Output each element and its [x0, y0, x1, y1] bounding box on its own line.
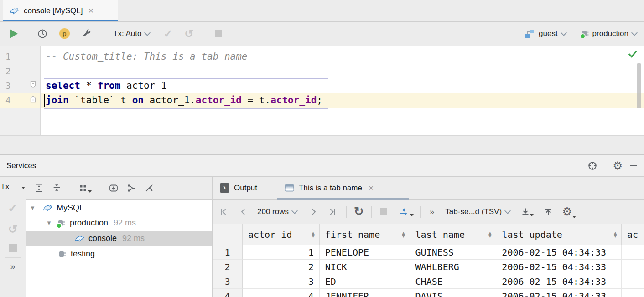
sort-icon[interactable]: ▲ ▼ [312, 231, 315, 238]
column-header-label: first_name [325, 229, 380, 240]
page-size-select[interactable]: 200 rows [257, 207, 289, 216]
tree-item-console[interactable]: console 92 ms [26, 231, 212, 246]
chevron-down-icon[interactable] [291, 207, 298, 214]
tab-console-mysql[interactable]: console [MySQL] × [3, 0, 118, 21]
sort-icon[interactable]: ▲ ▼ [402, 231, 405, 238]
tab-output[interactable]: › Output [213, 177, 265, 199]
table-cell[interactable]: PENELOPE [320, 245, 410, 260]
tab-title: console [MySQL] [24, 6, 83, 15]
table-cell[interactable]: 2006-02-15 04:34:33 [496, 260, 622, 274]
collapse-all-icon[interactable] [52, 183, 62, 193]
datasource-icon [57, 219, 66, 228]
close-icon[interactable]: × [369, 183, 374, 193]
column-header[interactable]: ac [622, 224, 644, 245]
gear-icon[interactable]: ⚙ [613, 159, 623, 172]
table-row[interactable]: 44JENNIFERDAVIS2006-02-15 04:34:33 [213, 289, 644, 297]
user-badge-icon[interactable]: p [59, 28, 70, 39]
column-header[interactable]: last_name▲ ▼ [410, 224, 497, 245]
export-format-select[interactable]: Tab-se...d (TSV) [445, 207, 502, 216]
scroll-to-source-icon[interactable] [587, 161, 597, 171]
grid-settings-gear-icon[interactable]: ⚙ [562, 205, 576, 218]
code-line[interactable]: join `table` t on actor_1.actor_id = t.a… [46, 93, 322, 108]
last-page-icon[interactable] [327, 207, 336, 216]
grid-toolbar: 200 rows ↻ » [213, 200, 644, 224]
hide-panel-icon[interactable] [630, 165, 637, 166]
row-number-cell[interactable]: 2 [213, 260, 243, 274]
table-row[interactable]: 11PENELOPEGUINESS2006-02-15 04:34:33 [213, 245, 644, 260]
run-icon[interactable] [10, 29, 18, 38]
table-cell[interactable]: 3 [243, 274, 320, 289]
table-cell[interactable]: WAHLBERG [410, 260, 497, 274]
jump-to-query-icon[interactable] [145, 184, 154, 193]
chevron-expanded-icon[interactable]: ▼ [46, 220, 53, 226]
first-page-icon[interactable] [220, 207, 229, 216]
chevron-down-icon[interactable] [561, 29, 567, 36]
expand-all-icon[interactable] [34, 183, 44, 193]
column-header[interactable]: actor_id▲ ▼ [243, 224, 320, 245]
tree-item-production[interactable]: ▼ production 92 ms [26, 215, 212, 230]
tx-strip-label[interactable]: Tx [0, 182, 9, 191]
table-cell[interactable]: DAVIS [410, 289, 497, 297]
table-cell[interactable]: NICK [320, 260, 410, 274]
table-cell[interactable]: JENNIFER [320, 289, 410, 297]
chevron-down-icon[interactable] [504, 207, 511, 214]
row-number-cell[interactable]: 3 [213, 274, 243, 289]
column-header[interactable]: last_update▲ ▼ [496, 224, 622, 245]
sort-icon[interactable]: ▲ ▼ [614, 231, 617, 238]
chevron-down-icon[interactable] [631, 29, 638, 36]
sort-icon[interactable]: ▲ ▼ [488, 231, 491, 238]
row-number-cell[interactable]: 1 [213, 245, 243, 260]
table-cell[interactable] [622, 289, 644, 297]
table-cell[interactable]: 2006-02-15 04:34:33 [496, 289, 622, 297]
tree-item-label: testing [71, 249, 95, 259]
schema-select[interactable]: guest [539, 29, 558, 38]
table-cell[interactable]: 1 [243, 245, 320, 260]
close-icon[interactable]: × [88, 5, 93, 16]
table-cell[interactable]: GUINESS [410, 245, 497, 260]
compare-icon[interactable] [399, 207, 414, 216]
wrench-icon[interactable] [82, 29, 92, 39]
table-cell[interactable]: 2006-02-15 04:34:33 [496, 274, 622, 289]
tree-item-testing[interactable]: testing [26, 246, 212, 261]
chevron-expanded-icon[interactable]: ▼ [30, 205, 37, 211]
tab-result-grid[interactable]: This is a tab name × [277, 177, 381, 199]
table-cell[interactable]: CHASE [410, 274, 497, 289]
fold-marker-icon[interactable] [30, 81, 36, 88]
table-cell[interactable]: 2006-02-15 04:34:33 [496, 245, 622, 260]
row-number-header[interactable] [213, 224, 243, 245]
table-row[interactable]: 33EDCHASE2006-02-15 04:34:33 [213, 274, 644, 289]
history-icon[interactable] [37, 29, 47, 39]
table-cell[interactable]: ED [320, 274, 410, 289]
datasource-select[interactable]: production [592, 29, 628, 38]
column-header[interactable]: first_name▲ ▼ [320, 224, 410, 245]
fold-marker-icon[interactable] [30, 95, 36, 103]
tx-mode-select[interactable]: Tx: Auto [113, 29, 141, 38]
sql-editor[interactable]: 1234 -- Custom_title: This is a tab name… [0, 46, 644, 135]
row-number-cell[interactable]: 4 [213, 289, 243, 297]
next-page-icon[interactable] [309, 207, 318, 216]
query-time: 92 ms [122, 234, 145, 243]
add-data-source-icon[interactable] [109, 184, 119, 193]
export-download-icon[interactable] [521, 207, 534, 216]
table-cell[interactable] [622, 274, 644, 289]
inspection-ok-icon[interactable] [628, 49, 638, 58]
connect-icon[interactable] [127, 184, 136, 193]
table-cell[interactable] [622, 245, 644, 260]
editor-scrollbar[interactable] [637, 63, 641, 108]
grid-header-row: actor_id▲ ▼first_name▲ ▼last_name▲ ▼last… [213, 224, 644, 245]
code-line[interactable]: -- Custom_title: This is a tab name [46, 49, 248, 64]
table-cell[interactable] [622, 260, 644, 274]
more-actions-icon[interactable]: » [10, 261, 16, 271]
table-cell[interactable]: 2 [243, 260, 320, 274]
previous-page-icon[interactable] [239, 207, 248, 216]
table-row[interactable]: 22NICKWAHLBERG2006-02-15 04:34:33 [213, 260, 644, 274]
tree-item-mysql[interactable]: ▼ MySQL [26, 200, 212, 215]
code-line[interactable]: select * from actor_1 [46, 78, 167, 93]
chevron-down-icon[interactable] [144, 29, 151, 36]
group-by-icon[interactable] [78, 184, 92, 193]
import-upload-icon[interactable] [544, 207, 553, 216]
refresh-icon[interactable]: ↻ [354, 205, 364, 219]
table-cell[interactable]: 4 [243, 289, 320, 297]
more-icon[interactable]: » [430, 207, 435, 217]
horizontal-splitter[interactable] [0, 135, 644, 155]
